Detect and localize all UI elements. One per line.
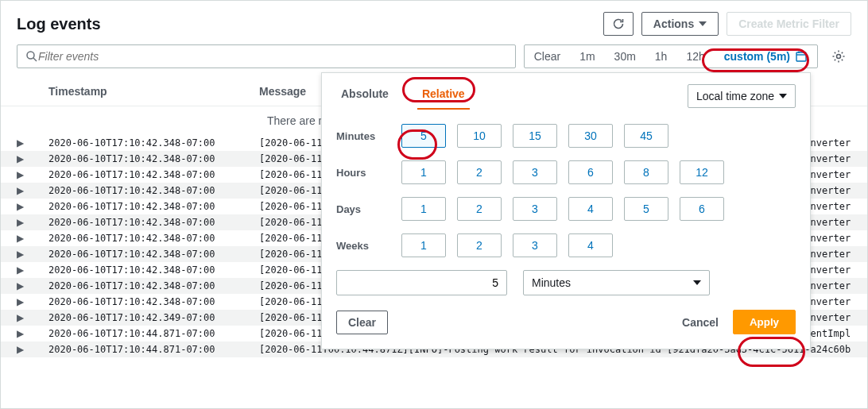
expand-row-caret[interactable]: ▶	[17, 280, 48, 291]
time-preset-1m[interactable]: 1m	[570, 45, 604, 68]
tab-relative[interactable]: Relative	[417, 83, 470, 110]
relative-minutes-label: Minutes	[336, 130, 401, 142]
expand-row-caret[interactable]: ▶	[17, 344, 48, 355]
expand-row-caret[interactable]: ▶	[17, 201, 48, 212]
svg-line-1	[33, 58, 37, 61]
row-timestamp: 2020-06-10T17:10:42.348-07:00	[48, 153, 259, 164]
caret-down-icon	[699, 21, 707, 26]
time-custom-picker[interactable]: custom (5m)	[715, 45, 817, 68]
caret-down-icon	[693, 280, 701, 285]
expand-row-caret[interactable]: ▶	[17, 296, 48, 307]
relative-days-4[interactable]: 4	[568, 197, 613, 221]
row-timestamp: 2020-06-10T17:10:42.348-07:00	[48, 137, 259, 149]
relative-hours-2[interactable]: 2	[457, 160, 502, 184]
row-timestamp: 2020-06-10T17:10:42.348-07:00	[48, 201, 259, 212]
expand-row-caret[interactable]: ▶	[17, 169, 48, 180]
svg-point-0	[27, 52, 34, 59]
relative-minutes-5[interactable]: 5	[401, 124, 446, 148]
relative-hours-3[interactable]: 3	[513, 160, 557, 184]
time-preset-12h[interactable]: 12h	[676, 45, 714, 68]
relative-minutes-15[interactable]: 15	[513, 124, 557, 148]
time-custom-label: custom (5m)	[724, 50, 790, 63]
expand-row-caret[interactable]: ▶	[17, 249, 48, 260]
popover-cancel-link[interactable]: Cancel	[682, 316, 719, 329]
filter-events-textfield[interactable]	[38, 50, 507, 63]
caret-down-icon	[779, 94, 787, 98]
refresh-icon	[612, 17, 625, 30]
popover-apply-button[interactable]: Apply	[733, 310, 796, 334]
time-preset-1h[interactable]: 1h	[645, 45, 677, 68]
calendar-icon	[795, 50, 808, 63]
filter-events-input[interactable]	[17, 44, 516, 68]
relative-weeks-4[interactable]: 4	[568, 233, 613, 257]
expand-row-caret[interactable]: ▶	[17, 328, 48, 339]
row-timestamp: 2020-06-10T17:10:42.349-07:00	[48, 312, 259, 323]
row-timestamp: 2020-06-10T17:10:42.348-07:00	[48, 296, 259, 307]
relative-days-1[interactable]: 1	[401, 197, 446, 221]
expand-row-caret[interactable]: ▶	[17, 185, 48, 196]
timezone-label: Local time zone	[696, 90, 774, 102]
relative-minutes-row: Minutes510153045	[336, 124, 796, 148]
relative-weeks-2[interactable]: 2	[457, 233, 502, 257]
svg-point-6	[837, 55, 841, 59]
row-timestamp: 2020-06-10T17:10:42.348-07:00	[48, 264, 259, 276]
relative-hours-label: Hours	[336, 167, 401, 179]
relative-minutes-45[interactable]: 45	[624, 124, 668, 148]
expand-row-caret[interactable]: ▶	[17, 264, 48, 276]
row-timestamp: 2020-06-10T17:10:42.348-07:00	[48, 169, 259, 180]
row-timestamp: 2020-06-10T17:10:42.348-07:00	[48, 185, 259, 196]
relative-minutes-30[interactable]: 30	[568, 124, 613, 148]
actions-label: Actions	[653, 17, 694, 30]
timezone-select[interactable]: Local time zone	[688, 84, 796, 108]
column-timestamp[interactable]: Timestamp	[48, 85, 259, 98]
row-timestamp: 2020-06-10T17:10:42.348-07:00	[48, 249, 259, 260]
popover-clear-button[interactable]: Clear	[336, 311, 388, 334]
svg-rect-2	[796, 52, 806, 61]
time-range-popover: Absolute Relative Local time zone Minute…	[321, 72, 811, 349]
relative-days-5[interactable]: 5	[624, 197, 668, 221]
relative-weeks-label: Weeks	[336, 240, 401, 252]
relative-hours-row: Hours1236812	[336, 160, 796, 184]
time-preset-30m[interactable]: 30m	[605, 45, 645, 68]
relative-days-row: Days123456	[336, 197, 796, 221]
relative-unit-select[interactable]: Minutes	[523, 270, 710, 295]
relative-days-2[interactable]: 2	[457, 197, 502, 221]
page-title: Log events	[17, 15, 101, 33]
actions-button[interactable]: Actions	[641, 12, 719, 36]
row-timestamp: 2020-06-10T17:10:42.348-07:00	[48, 280, 259, 291]
row-timestamp: 2020-06-10T17:10:44.871-07:00	[48, 328, 259, 339]
relative-hours-12[interactable]: 12	[680, 160, 724, 184]
relative-amount-input[interactable]	[336, 270, 507, 295]
create-metric-filter-button[interactable]: Create Metric Filter	[727, 12, 851, 36]
relative-days-6[interactable]: 6	[680, 197, 724, 221]
gear-icon	[831, 49, 846, 64]
expand-row-caret[interactable]: ▶	[17, 312, 48, 323]
relative-hours-8[interactable]: 8	[624, 160, 668, 184]
relative-days-label: Days	[336, 203, 401, 215]
relative-unit-label: Minutes	[532, 276, 571, 289]
refresh-button[interactable]	[603, 12, 634, 36]
relative-weeks-1[interactable]: 1	[401, 233, 446, 257]
time-clear[interactable]: Clear	[525, 45, 570, 68]
row-timestamp: 2020-06-10T17:10:42.348-07:00	[48, 233, 259, 244]
search-icon	[25, 50, 38, 63]
tab-absolute[interactable]: Absolute	[336, 83, 393, 110]
relative-days-3[interactable]: 3	[513, 197, 557, 221]
relative-hours-6[interactable]: 6	[568, 160, 613, 184]
expand-row-caret[interactable]: ▶	[17, 153, 48, 164]
expand-row-caret[interactable]: ▶	[17, 233, 48, 244]
expand-row-caret[interactable]: ▶	[17, 137, 48, 149]
time-range-bar: Clear 1m 30m 1h 12h custom (5m)	[524, 44, 818, 68]
relative-weeks-row: Weeks1234	[336, 233, 796, 257]
relative-hours-1[interactable]: 1	[401, 160, 446, 184]
expand-row-caret[interactable]: ▶	[17, 217, 48, 228]
settings-button[interactable]	[826, 44, 851, 69]
relative-minutes-10[interactable]: 10	[457, 124, 502, 148]
row-timestamp: 2020-06-10T17:10:42.348-07:00	[48, 217, 259, 228]
row-timestamp: 2020-06-10T17:10:44.871-07:00	[48, 344, 259, 355]
relative-weeks-3[interactable]: 3	[513, 233, 557, 257]
create-filter-label: Create Metric Filter	[738, 17, 839, 30]
